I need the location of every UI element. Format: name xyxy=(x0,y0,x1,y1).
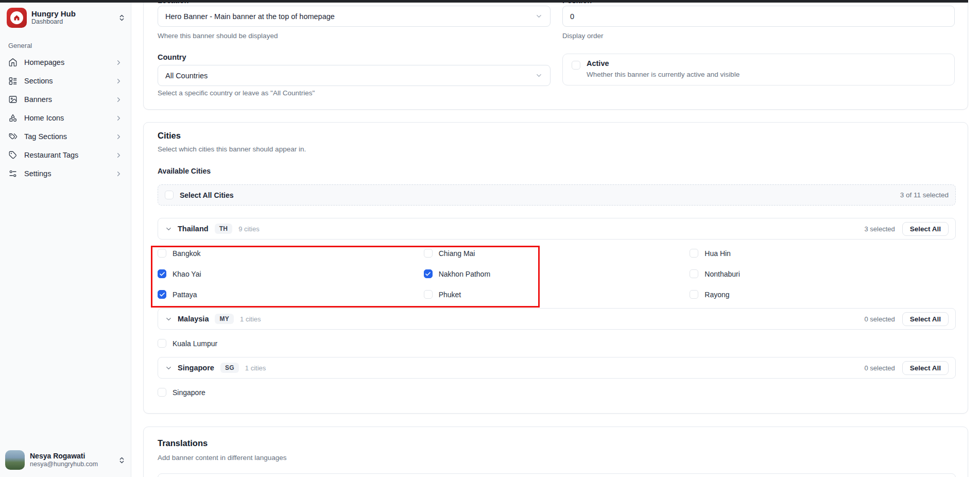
city-label: Nonthaburi xyxy=(704,269,740,279)
city-row-phuket[interactable]: Phuket xyxy=(424,287,690,308)
city-checkbox[interactable] xyxy=(424,249,433,258)
sidebar-item-sections[interactable]: Sections xyxy=(4,72,127,90)
city-row-rayong[interactable]: Rayong xyxy=(690,287,956,308)
available-cities-label: Available Cities xyxy=(158,167,211,175)
sidebar-item-tag-sections[interactable]: Tag Sections xyxy=(4,127,127,146)
select-all-button[interactable]: Select All xyxy=(902,312,949,326)
country-selected-count: 0 selected xyxy=(864,315,895,323)
position-value: 0 xyxy=(570,12,574,21)
user-email: nesya@hungryhub.com xyxy=(30,461,98,468)
select-all-cities-label: Select All Cities xyxy=(180,191,234,199)
hungry-hub-logo-icon xyxy=(7,8,27,28)
selected-summary: 3 of 11 selected xyxy=(900,191,949,199)
country-select[interactable]: All Countries xyxy=(158,65,551,86)
tag-icon xyxy=(8,150,18,160)
sliders-icon xyxy=(8,169,18,178)
country-label: Country xyxy=(158,53,186,62)
sidebar-item-label: Sections xyxy=(24,77,53,85)
user-menu[interactable]: Nesya Rogawati nesya@hungryhub.com xyxy=(5,449,126,471)
city-grid-singapore: Singapore xyxy=(158,385,956,406)
country-code-badge: MY xyxy=(215,314,234,324)
location-value: Hero Banner - Main banner at the top of … xyxy=(165,12,335,21)
country-groups: ThailandTH9 cities3 selectedSelect AllBa… xyxy=(158,218,956,406)
shapes-icon xyxy=(8,113,18,123)
sidebar-item-banners[interactable]: Banners xyxy=(4,90,127,109)
country-selected-count: 3 selected xyxy=(864,225,895,233)
city-row-nakhon-pathom[interactable]: Nakhon Pathom xyxy=(424,267,690,287)
chevron-right-icon xyxy=(115,96,123,104)
city-row-singapore[interactable]: Singapore xyxy=(158,385,424,406)
city-row-pattaya[interactable]: Pattaya xyxy=(158,287,424,308)
sidebar-item-label: Home Icons xyxy=(24,114,64,122)
country-city-count: 1 cities xyxy=(240,315,261,323)
chevron-down-icon xyxy=(165,225,173,233)
chevron-down-icon xyxy=(165,315,173,323)
chevron-right-icon xyxy=(115,133,123,141)
sidebar-item-restaurant-tags[interactable]: Restaurant Tags xyxy=(4,146,127,164)
user-name: Nesya Rogawati xyxy=(30,452,98,461)
translations-card: Translations Add banner content in diffe… xyxy=(143,427,968,477)
translations-inner-box xyxy=(158,473,956,477)
chevron-down-icon xyxy=(535,72,543,79)
city-row-hua-hin[interactable]: Hua Hin xyxy=(690,246,956,267)
sidebar-nav: HomepagesSectionsBannersHome IconsTag Se… xyxy=(4,53,127,183)
sidebar-item-homepages[interactable]: Homepages xyxy=(4,53,127,72)
country-code-badge: TH xyxy=(215,224,233,234)
city-checkbox[interactable] xyxy=(158,269,166,278)
city-row-chiang-mai[interactable]: Chiang Mai xyxy=(424,246,690,267)
country-group-header-malaysia[interactable]: MalaysiaMY1 cities0 selectedSelect All xyxy=(158,308,956,330)
active-toggle-card: Active Whether this banner is currently … xyxy=(562,54,955,86)
country-group-header-thailand[interactable]: ThailandTH9 cities3 selectedSelect All xyxy=(158,218,956,240)
city-checkbox[interactable] xyxy=(690,269,698,278)
brand-subtitle: Dashboard xyxy=(31,18,76,25)
layout-list-icon xyxy=(8,76,18,86)
chevron-right-icon xyxy=(115,114,123,122)
city-label: Singapore xyxy=(173,388,205,397)
city-checkbox[interactable] xyxy=(158,339,166,348)
city-checkbox[interactable] xyxy=(158,388,166,397)
chevron-right-icon xyxy=(115,151,123,159)
active-checkbox[interactable] xyxy=(572,61,580,70)
chevron-right-icon xyxy=(115,59,123,66)
cities-card: Cities Select which cities this banner s… xyxy=(143,122,968,414)
country-selected-count: 0 selected xyxy=(864,364,895,372)
country-name: Thailand xyxy=(178,225,209,233)
city-checkbox[interactable] xyxy=(158,290,166,299)
location-helper: Where this banner should be displayed xyxy=(158,32,278,40)
city-checkbox[interactable] xyxy=(424,290,433,299)
select-all-cities-row: Select All Cities 3 of 11 selected xyxy=(158,184,956,206)
sidebar-item-home-icons[interactable]: Home Icons xyxy=(4,109,127,127)
city-checkbox[interactable] xyxy=(424,269,433,278)
top-dark-bar xyxy=(0,0,968,3)
city-row-kuala-lumpur[interactable]: Kuala Lumpur xyxy=(158,336,424,357)
select-all-button[interactable]: Select All xyxy=(902,361,949,375)
city-checkbox[interactable] xyxy=(158,249,166,258)
workspace-switcher[interactable]: Hungry Hub Dashboard xyxy=(7,7,126,28)
select-all-cities-checkbox[interactable] xyxy=(165,191,174,199)
chevron-down-icon xyxy=(535,12,543,20)
city-label: Nakhon Pathom xyxy=(439,269,490,279)
select-all-button[interactable]: Select All xyxy=(902,222,949,236)
brand-name: Hungry Hub xyxy=(31,9,76,18)
city-label: Kuala Lumpur xyxy=(173,339,217,348)
chevron-right-icon xyxy=(115,170,123,178)
city-checkbox[interactable] xyxy=(690,249,698,258)
city-checkbox[interactable] xyxy=(690,290,698,299)
country-group-header-singapore[interactable]: SingaporeSG1 cities0 selectedSelect All xyxy=(158,357,956,379)
sidebar-item-settings[interactable]: Settings xyxy=(4,164,127,183)
position-helper: Display order xyxy=(562,32,604,40)
sidebar-section-label: General xyxy=(8,42,32,49)
home-icon xyxy=(8,58,18,67)
country-helper: Select a specific country or leave as "A… xyxy=(158,89,315,97)
city-label: Rayong xyxy=(704,290,729,299)
city-grid-thailand: BangkokChiang MaiHua HinKhao YaiNakhon P… xyxy=(158,246,956,308)
city-row-khao-yai[interactable]: Khao Yai xyxy=(158,267,424,287)
location-select[interactable]: Hero Banner - Main banner at the top of … xyxy=(158,6,551,27)
position-input[interactable]: 0 xyxy=(562,6,955,27)
sidebar-item-label: Settings xyxy=(24,169,51,178)
active-helper: Whether this banner is currently active … xyxy=(587,71,740,78)
country-name: Singapore xyxy=(178,364,214,372)
city-row-nonthaburi[interactable]: Nonthaburi xyxy=(690,267,956,287)
translations-title: Translations xyxy=(158,438,208,448)
city-row-bangkok[interactable]: Bangkok xyxy=(158,246,424,267)
